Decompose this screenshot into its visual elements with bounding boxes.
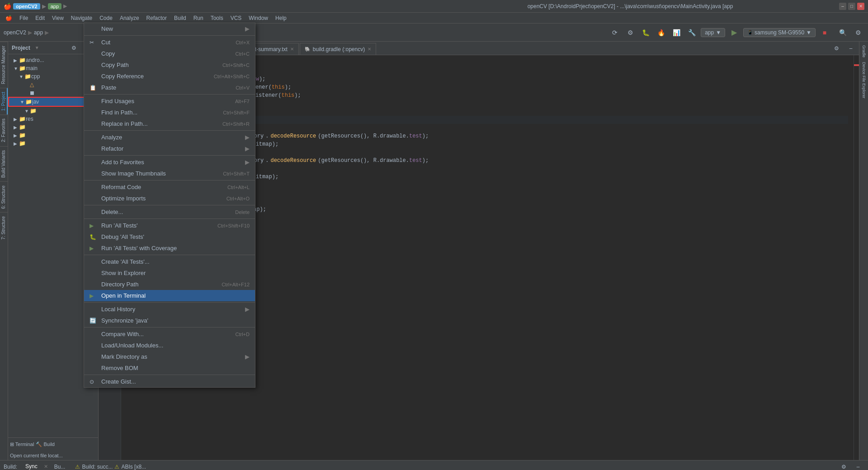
ctx-add-favorites[interactable]: Add to Favorites ▶ [84, 157, 255, 168]
context-menu: New ▶ ✂ Cut Ctrl+X Copy Ctrl+C Copy Path… [84, 23, 255, 388]
sidebar-item-project[interactable]: 1: Project [0, 88, 8, 114]
ctx-open-terminal[interactable]: ▶ Open in Terminal [84, 290, 255, 301]
menu-tools[interactable]: Tools [207, 14, 227, 22]
tab-settings[interactable]: ⚙ [830, 42, 843, 55]
ctx-copy-path[interactable]: Copy Path Ctrl+Shift+C [84, 59, 255, 71]
menu-navigate[interactable]: Navigate [67, 14, 96, 22]
ctx-open-terminal-icon: ▶ [90, 293, 99, 299]
toolbar-icon-3[interactable]: 🔥 [655, 26, 667, 39]
ctx-find-usages[interactable]: Find Usages Alt+F7 [84, 95, 255, 107]
sidebar-item-structure2[interactable]: 7: Structure [0, 212, 8, 243]
ctx-create-tests[interactable]: Create 'All Tests'... [84, 256, 255, 267]
toolbar-icon-4[interactable]: 📊 [670, 26, 683, 39]
tab-build-gradle[interactable]: 🐘 build.gradle (:opencv) ✕ [300, 43, 376, 55]
ctx-reformat[interactable]: Reformat Code Ctrl+Alt+L [84, 181, 255, 193]
sidebar-item-favorites[interactable]: 2: Favorites [0, 114, 8, 146]
sync-close[interactable]: ✕ [44, 464, 48, 470]
ctx-remove-bom[interactable]: Remove BOM [84, 362, 255, 374]
ctx-open-terminal-label: Open in Terminal [101, 292, 250, 299]
ctx-local-history-arrow: ▶ [245, 306, 250, 313]
menu-apple[interactable]: 🍎 [2, 14, 16, 22]
ctx-run-tests[interactable]: ▶ Run 'All Tests' Ctrl+Shift+F10 [84, 220, 255, 231]
ctx-cut[interactable]: ✂ Cut Ctrl+X [84, 37, 255, 48]
sidebar-item-structure[interactable]: 6: Structure [0, 181, 8, 213]
ctx-paste[interactable]: 📋 Paste Ctrl+V [84, 82, 255, 93]
menu-run[interactable]: Run [190, 14, 207, 22]
ctx-run-coverage[interactable]: ▶ Run 'All Tests' with Coverage [84, 242, 255, 254]
breadcrumb-module[interactable]: app [34, 29, 43, 36]
ctx-local-history-label: Local History [101, 306, 241, 313]
file-icon: ◼ [30, 90, 34, 96]
menu-vcs[interactable]: VCS [227, 14, 245, 22]
ctx-synchronize[interactable]: 🔄 Synchronize 'java' [84, 315, 255, 326]
build-minimize[interactable]: – [852, 461, 864, 470]
run-config[interactable]: app ▼ [701, 28, 725, 37]
ctx-compare[interactable]: Compare With... Ctrl+D [84, 328, 255, 340]
sidebar-item-build-variants[interactable]: Build Variants [0, 146, 8, 181]
run-button[interactable]: ▶ [728, 26, 741, 39]
ctx-show-explorer[interactable]: Show in Explorer [84, 267, 255, 279]
ctx-show-thumbnails[interactable]: Show Image Thumbnails Ctrl+Shift+T [84, 168, 255, 179]
ctx-new[interactable]: New ▶ [84, 23, 255, 34]
menu-view[interactable]: View [48, 14, 67, 22]
menu-refactor[interactable]: Refactor [143, 14, 170, 22]
ctx-create-gist[interactable]: ⊙ Create Gist... [84, 376, 255, 387]
minimize-button[interactable]: – [839, 3, 846, 10]
ctx-mark-dir[interactable]: Mark Directory as ▶ [84, 351, 255, 362]
menu-build[interactable]: Build [170, 14, 190, 22]
maximize-button[interactable]: □ [848, 3, 855, 10]
ctx-load-modules[interactable]: Load/Unload Modules... [84, 340, 255, 351]
panel-settings[interactable]: ⚙ [67, 42, 80, 54]
ctx-copy-ref[interactable]: Copy Reference Ctrl+Alt+Shift+C [84, 71, 255, 82]
settings-button[interactable]: ⚙ [852, 26, 864, 39]
build-tab-build[interactable]: Bu... [50, 462, 70, 470]
build-tab-sync[interactable]: Sync [21, 461, 42, 470]
ctx-optimize-label: Optimize Imports [101, 195, 217, 202]
ctx-local-history[interactable]: Local History ▶ [84, 304, 255, 315]
sync-button[interactable]: ⟳ [609, 26, 621, 39]
ctx-find-path-shortcut: Ctrl+Shift+F [223, 110, 250, 115]
ctx-copy[interactable]: Copy Ctrl+C [84, 48, 255, 59]
ctx-debug-tests[interactable]: 🐛 Debug 'All Tests' [84, 231, 255, 242]
sidebar-item-resource-manager[interactable]: Resource Manager [0, 42, 8, 88]
search-button[interactable]: 🔍 [836, 26, 849, 39]
ctx-copy-path-label: Copy Path [101, 62, 213, 68]
stop-button[interactable]: ■ [818, 26, 831, 39]
ctx-sep10 [84, 327, 255, 328]
menu-window[interactable]: Window [245, 14, 272, 22]
ctx-show-thumbnails-shortcut: Ctrl+Shift+T [223, 171, 250, 176]
close-button[interactable]: ✕ [857, 3, 864, 10]
menu-analyze[interactable]: Analyze [116, 14, 143, 22]
project-dropdown[interactable]: ▼ [35, 45, 39, 50]
menu-code[interactable]: Code [96, 14, 116, 22]
toolbar-icon-5[interactable]: 🔧 [685, 26, 698, 39]
toolbar-icon-2[interactable]: 🐛 [639, 26, 652, 39]
ctx-debug-tests-icon: 🐛 [90, 234, 99, 240]
tab-close[interactable]: ✕ [290, 47, 294, 52]
build-settings[interactable]: ⚙ [837, 461, 850, 470]
ctx-find-path[interactable]: Find in Path... Ctrl+Shift+F [84, 107, 255, 118]
ctx-delete[interactable]: Delete... Delete [84, 206, 255, 218]
ctx-replace-path[interactable]: Replace in Path... Ctrl+Shift+R [84, 118, 255, 129]
tab-close[interactable]: ✕ [368, 47, 371, 52]
ctx-optimize[interactable]: Optimize Imports Ctrl+Alt+O [84, 193, 255, 204]
ctx-dir-path[interactable]: Directory Path Ctrl+Alt+F12 [84, 279, 255, 290]
terminal-tab[interactable]: ⊞ Terminal [10, 442, 34, 447]
ctx-analyze[interactable]: Analyze ▶ [84, 132, 255, 143]
device-selector[interactable]: 📱 samsung SM-G9550 ▼ [743, 28, 816, 37]
title-bar: 🍎 openCV2 ▶ app ▶ openCV [D:\AndroidPrje… [0, 0, 868, 13]
menu-file[interactable]: File [16, 14, 32, 22]
ctx-synchronize-icon: 🔄 [90, 318, 99, 324]
module-badge: app [48, 3, 61, 9]
build-tab-mini[interactable]: 🔨 Build [36, 442, 55, 447]
toolbar-icon-1[interactable]: ⚙ [624, 26, 637, 39]
right-icon-gradle[interactable]: Gradle [861, 43, 867, 59]
ctx-refactor[interactable]: Refactor ▶ [84, 143, 255, 154]
tab-minimize[interactable]: – [844, 42, 857, 55]
breadcrumb-project[interactable]: openCV2 [4, 29, 26, 36]
tab-icon: 🐘 [305, 47, 310, 52]
menu-edit[interactable]: Edit [32, 14, 48, 22]
ctx-copy-path-shortcut: Ctrl+Shift+C [222, 62, 250, 68]
right-icon-device-explorer[interactable]: Device File Explorer [861, 60, 867, 100]
menu-help[interactable]: Help [272, 14, 290, 22]
